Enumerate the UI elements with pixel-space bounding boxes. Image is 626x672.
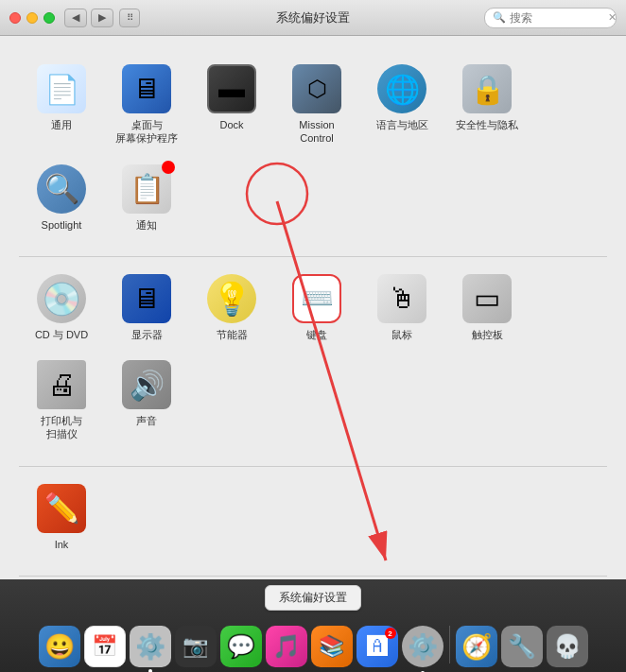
dock-area: 系统偏好设置 😀 📅 ⚙️ 📷 💬 🎵 📚 (0, 579, 626, 672)
back-button[interactable]: ◀ (64, 9, 87, 27)
pref-item-mouse[interactable]: 🖱 鼠标 (359, 265, 444, 351)
dock-icon-other[interactable]: 💀 (547, 626, 588, 667)
sound-label: 声音 (136, 414, 157, 427)
pref-item-notification[interactable]: 📋 通知 (104, 155, 189, 241)
trackpad-icon: ▭ (462, 274, 512, 323)
section-personal: 📄 通用 🖥 桌面与屏幕保护程序 ▬ Dock ⬡ MissionControl (19, 51, 607, 257)
close-button[interactable] (9, 12, 21, 24)
dock-icon-itunes[interactable]: 🎵 (266, 626, 307, 667)
dock-divider (449, 626, 450, 663)
general-icon: 📄 (37, 64, 86, 113)
dock-icon-wrench[interactable]: 🔧 (501, 626, 543, 667)
dock-icon-calendar[interactable]: 📅 (84, 626, 126, 667)
pref-item-printer[interactable]: 🖨 打印机与扫描仪 (19, 351, 104, 451)
pref-item-security[interactable]: 🔒 安全性与隐私 (444, 55, 530, 155)
keyboard-label: 键盘 (306, 328, 327, 341)
window-title: 系统偏好设置 (276, 9, 350, 26)
search-input[interactable] (510, 11, 604, 25)
pref-item-display[interactable]: 🖥 显示器 (104, 265, 189, 351)
pref-item-desktop[interactable]: 🖥 桌面与屏幕保护程序 (104, 55, 189, 155)
dock-icon-systemprefs[interactable]: ⚙️ (130, 626, 171, 667)
mission-icon: ⬡ (292, 64, 341, 113)
appstore-dock-badge: 2 (385, 628, 396, 639)
pref-item-cd[interactable]: 💿 CD 与 DVD (19, 265, 104, 351)
maximize-button[interactable] (43, 12, 55, 24)
display-icon: 🖥 (122, 274, 171, 323)
section-ink: ✏️ Ink (19, 471, 607, 577)
sound-icon: 🔊 (122, 360, 171, 409)
title-bar: ◀ ▶ ⠿ 系统偏好设置 🔍 ✕ (0, 0, 626, 36)
mouse-label: 鼠标 (391, 328, 412, 341)
printer-icon: 🖨 (37, 360, 86, 409)
main-content: 📄 通用 🖥 桌面与屏幕保护程序 ▬ Dock ⬡ MissionControl (0, 36, 626, 579)
dock-icon-gear[interactable]: ⚙️ (402, 626, 443, 667)
pref-item-mission[interactable]: ⬡ MissionControl (274, 55, 359, 155)
security-icon: 🔒 (462, 64, 512, 113)
mission-label: MissionControl (299, 118, 334, 146)
pref-item-keyboard[interactable]: ⌨️ 键盘 (274, 265, 359, 351)
display-label: 显示器 (131, 328, 163, 341)
search-clear-icon[interactable]: ✕ (608, 11, 617, 24)
ink-label: Ink (55, 538, 69, 551)
search-bar[interactable]: 🔍 ✕ (484, 8, 617, 28)
dock-icon-appstore[interactable]: 🅰 2 (356, 626, 398, 667)
cd-icon: 💿 (37, 274, 86, 323)
spotlight-label: Spotlight (42, 218, 82, 232)
pref-item-energy[interactable]: 💡 节能器 (189, 265, 274, 351)
pref-item-dock[interactable]: ▬ Dock (189, 55, 274, 155)
pref-item-language[interactable]: 🌐 语言与地区 (359, 55, 444, 155)
spotlight-icon: 🔍 (37, 164, 86, 214)
minimize-button[interactable] (26, 12, 38, 24)
pref-item-trackpad[interactable]: ▭ 触控板 (444, 265, 530, 351)
desktop-label: 桌面与屏幕保护程序 (115, 118, 178, 146)
forward-button[interactable]: ▶ (91, 9, 113, 27)
pref-item-sound[interactable]: 🔊 声音 (104, 351, 189, 451)
traffic-lights (9, 12, 55, 24)
search-icon: 🔍 (493, 11, 506, 24)
pref-item-spotlight[interactable]: 🔍 Spotlight (19, 155, 104, 241)
security-label: 安全性与隐私 (456, 118, 518, 131)
keyboard-icon: ⌨️ (292, 274, 341, 323)
dock-bar: 😀 📅 ⚙️ 📷 💬 🎵 📚 🅰 2 (29, 614, 598, 671)
trackpad-label: 触控板 (472, 328, 503, 341)
desktop-icon: 🖥 (122, 64, 171, 113)
dock-label-item: Dock (219, 118, 243, 131)
pref-item-general[interactable]: 📄 通用 (19, 55, 104, 155)
left-controls: ◀ ▶ ⠿ (9, 9, 140, 27)
energy-icon: 💡 (207, 274, 256, 323)
cd-label: CD 与 DVD (35, 328, 88, 341)
section-hardware: 💿 CD 与 DVD 🖥 显示器 💡 节能器 ⌨️ 键盘 (19, 261, 607, 467)
printer-label: 打印机与扫描仪 (41, 414, 82, 441)
dock-icon-photobooth[interactable]: 📷 (175, 626, 217, 667)
language-icon: 🌐 (377, 64, 426, 113)
nav-buttons: ◀ ▶ (64, 9, 113, 27)
dock-icon-finder[interactable]: 😀 (39, 626, 80, 667)
mouse-icon: 🖱 (377, 274, 426, 323)
pref-item-ink[interactable]: ✏️ Ink (19, 474, 104, 560)
ink-icon: ✏️ (37, 484, 86, 533)
general-label: 通用 (51, 118, 72, 131)
grid-button[interactable]: ⠿ (119, 9, 140, 27)
dock-icon-messages[interactable]: 💬 (220, 626, 262, 667)
energy-label: 节能器 (217, 328, 248, 341)
dock-icon-safari[interactable]: 🧭 (456, 626, 497, 667)
notification-label: 通知 (136, 218, 157, 232)
dock-tooltip-label: 系统偏好设置 (265, 585, 361, 611)
notification-icon: 📋 (122, 164, 171, 214)
notification-badge (162, 161, 175, 174)
dock-icon: ▬ (207, 64, 256, 113)
dock-icon-ibooks[interactable]: 📚 (311, 626, 353, 667)
language-label: 语言与地区 (376, 118, 428, 131)
